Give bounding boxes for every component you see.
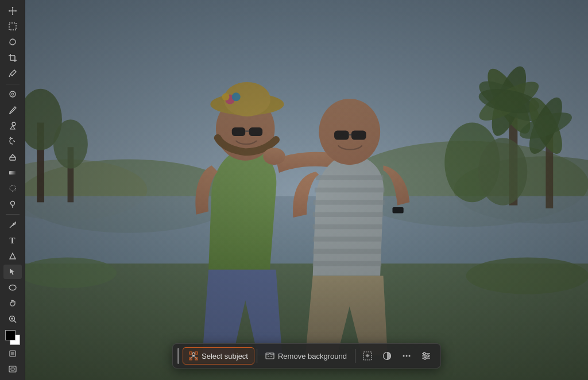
svg-rect-82 bbox=[266, 353, 274, 359]
svg-rect-12 bbox=[10, 157, 16, 160]
tool-divider-1 bbox=[6, 84, 20, 84]
quick-select-icon-button[interactable] bbox=[358, 347, 377, 365]
more-options-icon bbox=[401, 351, 412, 361]
tool-gradient[interactable] bbox=[3, 165, 22, 180]
svg-line-7 bbox=[9, 74, 10, 77]
select-and-mask-button[interactable] bbox=[377, 347, 397, 365]
color-swatches[interactable] bbox=[3, 329, 22, 345]
tool-blur[interactable] bbox=[3, 181, 22, 196]
tool-extra-1[interactable] bbox=[3, 347, 22, 361]
toolbar-left-accent bbox=[177, 348, 179, 364]
svg-point-9 bbox=[11, 93, 14, 95]
svg-point-14 bbox=[10, 185, 16, 191]
toolbar-settings-button[interactable] bbox=[416, 347, 436, 365]
more-options-button[interactable] bbox=[397, 347, 416, 365]
svg-point-10 bbox=[9, 113, 10, 114]
select-subject-button[interactable]: Select subject bbox=[183, 347, 254, 365]
select-subject-label: Select subject bbox=[202, 352, 248, 360]
tool-divider-2 bbox=[6, 214, 20, 215]
app-container: T bbox=[0, 0, 588, 380]
svg-point-87 bbox=[408, 355, 410, 357]
tool-extra-2[interactable] bbox=[3, 362, 22, 377]
tool-crop[interactable] bbox=[3, 51, 22, 65]
toolbar-divider-2 bbox=[355, 349, 355, 363]
svg-point-17 bbox=[13, 223, 14, 224]
svg-rect-26 bbox=[11, 368, 14, 370]
svg-point-93 bbox=[424, 357, 426, 359]
tool-lasso[interactable] bbox=[3, 35, 22, 49]
remove-background-icon bbox=[265, 351, 274, 360]
left-toolbar: T bbox=[0, 0, 25, 380]
select-mask-icon bbox=[382, 351, 392, 361]
tool-shape[interactable] bbox=[3, 249, 22, 263]
select-subject-icon bbox=[189, 351, 198, 360]
tool-dodge[interactable] bbox=[3, 197, 22, 211]
bottom-contextual-toolbar: Select subject Remove background bbox=[172, 343, 441, 369]
toolbar-divider-1 bbox=[257, 349, 257, 363]
svg-point-89 bbox=[423, 352, 425, 355]
text-tool-icon: T bbox=[9, 236, 15, 246]
settings-sliders-icon bbox=[421, 351, 431, 361]
foreground-color[interactable] bbox=[5, 330, 16, 340]
svg-rect-24 bbox=[11, 352, 14, 355]
svg-point-86 bbox=[405, 355, 407, 357]
tool-select-rect[interactable] bbox=[3, 19, 22, 33]
tool-stamp[interactable] bbox=[3, 118, 22, 133]
tool-ellipse[interactable] bbox=[3, 280, 22, 294]
quick-select-icon bbox=[362, 351, 373, 361]
tool-pen[interactable] bbox=[3, 218, 22, 232]
remove-background-button[interactable]: Remove background bbox=[260, 348, 353, 364]
svg-rect-78 bbox=[189, 352, 192, 354]
tool-text[interactable]: T bbox=[3, 233, 22, 247]
svg-rect-76 bbox=[25, 0, 588, 380]
svg-rect-13 bbox=[9, 171, 16, 175]
photo-scene bbox=[25, 0, 588, 380]
tool-hand[interactable] bbox=[3, 296, 22, 311]
svg-point-15 bbox=[10, 201, 14, 205]
remove-background-label: Remove background bbox=[278, 352, 347, 360]
tool-history-brush[interactable] bbox=[3, 134, 22, 149]
tool-direct-select[interactable] bbox=[3, 265, 22, 279]
svg-point-91 bbox=[427, 355, 429, 357]
svg-point-18 bbox=[9, 285, 16, 290]
svg-rect-2 bbox=[9, 23, 16, 30]
tool-spot-heal[interactable] bbox=[3, 87, 22, 102]
tool-zoom[interactable] bbox=[3, 312, 22, 326]
svg-rect-79 bbox=[195, 352, 198, 354]
svg-rect-25 bbox=[9, 366, 16, 372]
tool-move[interactable] bbox=[3, 3, 22, 18]
svg-line-20 bbox=[14, 320, 16, 323]
canvas-area: Select subject Remove background bbox=[25, 0, 588, 380]
svg-point-8 bbox=[10, 91, 16, 97]
tool-brush[interactable] bbox=[3, 103, 22, 117]
svg-point-85 bbox=[403, 355, 404, 357]
tool-eyedropper[interactable] bbox=[3, 66, 22, 80]
svg-point-77 bbox=[192, 353, 195, 356]
tool-eraser[interactable] bbox=[3, 150, 22, 164]
